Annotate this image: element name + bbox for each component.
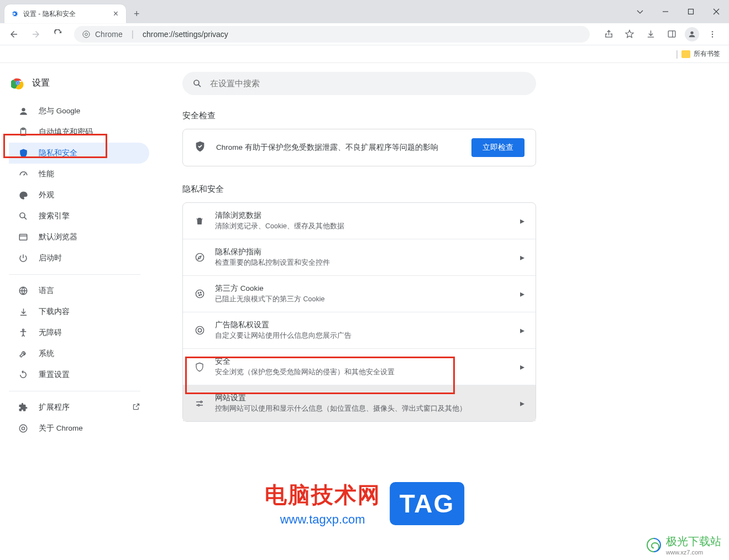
- row-title: 第三方 Cookie: [215, 284, 510, 294]
- svg-point-21: [194, 80, 199, 85]
- all-bookmarks-link[interactable]: 所有书签: [694, 49, 720, 59]
- row-site-settings[interactable]: 网站设置控制网站可以使用和显示什么信息（如位置信息、摄像头、弹出式窗口及其他） …: [183, 385, 536, 421]
- svg-point-5: [712, 31, 713, 32]
- svg-point-25: [200, 292, 201, 293]
- sidebar-item-privacy[interactable]: 隐私和安全: [9, 143, 149, 164]
- row-subtitle: 清除浏览记录、Cookie、缓存及其他数据: [215, 222, 510, 231]
- corner-watermark: 极光下载站 www.xz7.com: [645, 534, 721, 556]
- menu-icon[interactable]: [705, 27, 720, 42]
- settings-sidebar: 设置 您与 Google 自动填充和密码 隐私和安全 性能 外观 搜索引擎 默认…: [0, 63, 149, 560]
- row-ad-privacy[interactable]: 广告隐私权设置自定义要让网站使用什么信息向您展示广告 ▸: [183, 312, 536, 348]
- check-now-button[interactable]: 立即检查: [471, 138, 525, 157]
- download-icon[interactable]: [643, 27, 658, 42]
- chrome-logo-icon: [11, 76, 24, 90]
- tab-title: 设置 - 隐私和安全: [23, 9, 111, 19]
- sidebar-item-label: 启动时: [39, 253, 62, 263]
- svg-point-6: [712, 33, 713, 34]
- sidebar-item-label: 语言: [39, 286, 54, 296]
- address-label: Chrome: [95, 30, 123, 39]
- sidebar-item-label: 关于 Chrome: [39, 423, 83, 433]
- svg-point-27: [201, 294, 202, 295]
- bookmarks-bar: | 所有书签: [0, 45, 729, 63]
- address-url: chrome://settings/privacy: [143, 30, 228, 39]
- sidepanel-icon[interactable]: [664, 27, 679, 42]
- sidebar-item-you-and-google[interactable]: 您与 Google: [9, 101, 149, 122]
- row-security[interactable]: 安全安全浏览（保护您免受危险网站的侵害）和其他安全设置 ▸: [183, 348, 536, 385]
- minimize-button[interactable]: [653, 3, 678, 20]
- compass-icon: [194, 252, 205, 263]
- chevron-right-icon: ▸: [520, 216, 525, 226]
- search-input[interactable]: [210, 79, 526, 88]
- title-bar: 设置 - 隐私和安全 × +: [0, 0, 729, 23]
- row-subtitle: 已阻止无痕模式下的第三方 Cookie: [215, 295, 510, 304]
- svg-point-22: [196, 253, 203, 261]
- browser-tab[interactable]: 设置 - 隐私和安全 ×: [4, 4, 126, 23]
- forward-button[interactable]: [27, 25, 45, 44]
- row-title: 隐私保护指南: [215, 247, 510, 257]
- row-subtitle: 自定义要让网站使用什么信息向您展示广告: [215, 331, 510, 341]
- svg-point-15: [20, 213, 25, 218]
- sidebar-item-label: 无障碍: [39, 328, 62, 338]
- sidebar-item-accessibility[interactable]: 无障碍: [9, 322, 149, 343]
- watermark-url: www.tagxp.com: [265, 512, 381, 527]
- nav-separator: [9, 391, 140, 391]
- new-tab-button[interactable]: +: [126, 4, 148, 23]
- dropdown-icon[interactable]: [627, 3, 653, 20]
- row-third-party-cookies[interactable]: 第三方 Cookie已阻止无痕模式下的第三方 Cookie ▸: [183, 275, 536, 312]
- trash-icon: [194, 216, 205, 227]
- svg-point-29: [198, 328, 201, 332]
- privacy-card: 清除浏览数据清除浏览记录、Cookie、缓存及其他数据 ▸ 隐私保护指南检查重要…: [182, 202, 536, 422]
- sidebar-item-about[interactable]: 关于 Chrome: [9, 418, 149, 439]
- svg-point-31: [198, 404, 200, 406]
- sidebar-item-downloads[interactable]: 下载内容: [9, 301, 149, 322]
- bookmark-star-icon[interactable]: [622, 27, 637, 42]
- safety-check-card: Chrome 有助于保护您免受数据泄露、不良扩展程序等问题的影响 立即检查: [182, 129, 536, 166]
- palette-icon: [18, 190, 29, 201]
- swirl-icon: [645, 536, 663, 554]
- sidebar-item-search-engine[interactable]: 搜索引擎: [9, 206, 149, 227]
- sidebar-item-autofill[interactable]: 自动填充和密码: [9, 122, 149, 143]
- svg-point-24: [198, 292, 199, 294]
- sidebar-item-system[interactable]: 系统: [9, 343, 149, 364]
- sidebar-item-on-startup[interactable]: 启动时: [9, 248, 149, 269]
- row-privacy-guide[interactable]: 隐私保护指南检查重要的隐私控制设置和安全控件 ▸: [183, 239, 536, 275]
- svg-rect-16: [19, 234, 27, 240]
- share-icon[interactable]: [601, 27, 616, 42]
- reload-button[interactable]: [49, 25, 67, 44]
- row-title: 安全: [215, 357, 510, 367]
- back-button[interactable]: [4, 25, 23, 44]
- maximize-button[interactable]: [678, 3, 704, 20]
- chevron-right-icon: ▸: [520, 252, 525, 263]
- sidebar-item-languages[interactable]: 语言: [9, 280, 149, 301]
- cookie-icon: [194, 289, 205, 300]
- sidebar-item-appearance[interactable]: 外观: [9, 185, 149, 206]
- power-icon: [18, 253, 29, 264]
- sidebar-item-reset[interactable]: 重置设置: [9, 364, 149, 385]
- download-icon: [18, 306, 29, 317]
- search-icon: [18, 211, 29, 222]
- address-separator: |: [127, 29, 138, 39]
- watermark: 电脑技术网 www.tagxp.com TAG: [265, 480, 465, 527]
- svg-point-1: [83, 31, 90, 38]
- row-title: 广告隐私权设置: [215, 320, 510, 330]
- chrome-small-icon: [18, 423, 29, 434]
- chevron-right-icon: ▸: [520, 362, 525, 372]
- svg-point-20: [22, 427, 24, 430]
- sidebar-item-default-browser[interactable]: 默认浏览器: [9, 227, 149, 248]
- clipboard-icon: [18, 127, 29, 138]
- address-bar[interactable]: Chrome | chrome://settings/privacy: [74, 26, 590, 43]
- browser-toolbar: Chrome | chrome://settings/privacy: [0, 23, 729, 45]
- tab-close-icon[interactable]: ×: [111, 9, 120, 19]
- row-clear-browsing-data[interactable]: 清除浏览数据清除浏览记录、Cookie、缓存及其他数据 ▸: [183, 203, 536, 239]
- watermark-tag: TAG: [390, 482, 465, 525]
- svg-point-4: [690, 31, 693, 34]
- row-subtitle: 控制网站可以使用和显示什么信息（如位置信息、摄像头、弹出式窗口及其他）: [215, 404, 510, 414]
- sidebar-item-extensions[interactable]: 扩展程序: [9, 397, 149, 418]
- shield-outline-icon: [194, 362, 205, 373]
- settings-search[interactable]: [182, 72, 536, 95]
- close-button[interactable]: [704, 3, 729, 20]
- profile-avatar[interactable]: [685, 27, 699, 41]
- svg-point-19: [19, 425, 27, 432]
- svg-rect-3: [668, 31, 675, 37]
- sidebar-item-performance[interactable]: 性能: [9, 164, 149, 185]
